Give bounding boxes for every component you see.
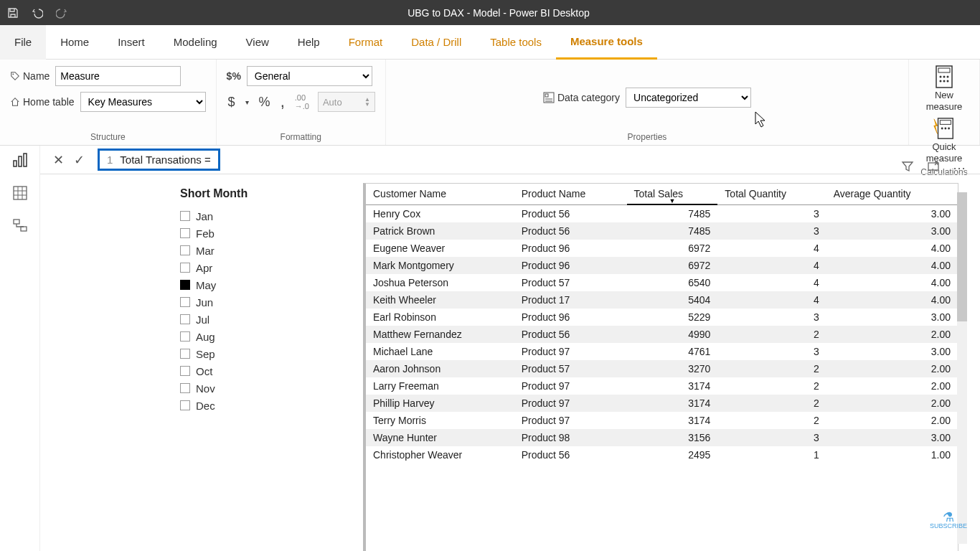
checkbox-icon[interactable]: [180, 331, 190, 342]
percent-button[interactable]: %: [258, 95, 272, 110]
currency-button[interactable]: $: [227, 95, 237, 110]
menu-view[interactable]: View: [232, 25, 283, 60]
vertical-scrollbar[interactable]: [957, 192, 967, 544]
menu-modeling[interactable]: Modeling: [159, 25, 232, 60]
ribbon: Name Home table Key Measures Structure $…: [0, 60, 980, 146]
slicer-item-nov[interactable]: Nov: [180, 380, 309, 397]
menu-data-drill[interactable]: Data / Drill: [397, 25, 476, 60]
formula-input[interactable]: 1 Total Transations =: [98, 149, 220, 171]
cell: Product 96: [514, 257, 627, 274]
home-table-select[interactable]: Key Measures: [80, 92, 206, 112]
commit-formula-icon[interactable]: ✓: [74, 152, 85, 168]
checkbox-icon[interactable]: [180, 366, 190, 376]
checkbox-icon[interactable]: [180, 297, 190, 307]
table-row[interactable]: Wayne HunterProduct 98315633.00: [366, 429, 958, 446]
slicer-item-dec[interactable]: Dec: [180, 397, 309, 414]
slicer-item-jun[interactable]: Jun: [180, 293, 309, 311]
checkbox-icon[interactable]: [180, 400, 190, 410]
cell: 4.00: [826, 257, 958, 274]
cell: Mark Montgomery: [366, 257, 514, 274]
table-row[interactable]: Larry FreemanProduct 97317422.00: [366, 377, 958, 395]
column-header[interactable]: Product Name: [514, 184, 627, 204]
menu-file[interactable]: File: [0, 25, 46, 60]
category-icon: [543, 92, 555, 103]
table-row[interactable]: Patrick BrownProduct 56748533.00: [366, 222, 958, 240]
table-row[interactable]: Henry CoxProduct 56748533.00: [366, 204, 958, 222]
name-input[interactable]: [55, 66, 181, 86]
formula-code: Total Transations =: [120, 154, 210, 166]
table-row[interactable]: Phillip HarveyProduct 97317422.00: [366, 395, 958, 412]
slicer-item-aug[interactable]: Aug: [180, 328, 309, 345]
table-row[interactable]: Terry MorrisProduct 97317422.00: [366, 412, 958, 429]
table-row[interactable]: Aaron JohnsonProduct 57327022.00: [366, 360, 958, 377]
table-row[interactable]: Mark MontgomeryProduct 96697244.00: [366, 257, 958, 274]
svg-rect-20: [14, 220, 19, 224]
menu-help[interactable]: Help: [283, 25, 334, 60]
window-title: UBG to DAX - Model - Power BI Desktop: [67, 7, 973, 19]
checkbox-icon[interactable]: [180, 349, 190, 359]
table-row[interactable]: Joshua PetersonProduct 57654044.00: [366, 274, 958, 291]
structure-group-label: Structure: [10, 132, 206, 142]
svg-rect-16: [14, 161, 17, 166]
slicer-item-label: Oct: [196, 365, 212, 377]
new-measure-button[interactable]: New measure: [919, 65, 969, 113]
more-options-icon[interactable]: ⋯: [953, 160, 966, 176]
svg-rect-2: [545, 94, 548, 97]
checkbox-icon[interactable]: [180, 314, 190, 324]
column-header[interactable]: Total Sales: [627, 184, 718, 204]
focus-mode-icon[interactable]: [927, 160, 940, 176]
column-header[interactable]: Average Quantity: [826, 184, 958, 204]
slicer-item-mar[interactable]: Mar: [180, 242, 309, 259]
menu-home[interactable]: Home: [46, 25, 103, 60]
checkbox-icon[interactable]: [180, 228, 190, 238]
save-icon[interactable]: [7, 7, 19, 19]
slicer-item-jul[interactable]: Jul: [180, 311, 309, 328]
cell: Terry Morris: [366, 412, 514, 429]
decimal-places-icon[interactable]: .00→.0: [293, 93, 311, 110]
cancel-formula-icon[interactable]: ✕: [53, 152, 64, 168]
column-header[interactable]: Total Quantity: [717, 184, 826, 204]
decimal-auto-input[interactable]: Auto ▲▼: [318, 92, 375, 112]
slicer-item-feb[interactable]: Feb: [180, 225, 309, 242]
table-row[interactable]: Matthew FernandezProduct 56499022.00: [366, 326, 958, 343]
table-row[interactable]: Earl RobinsonProduct 96522933.00: [366, 309, 958, 326]
slicer-item-oct[interactable]: Oct: [180, 362, 309, 380]
comma-button[interactable]: ,: [279, 93, 286, 111]
cell: 2: [717, 412, 826, 429]
slicer-item-sep[interactable]: Sep: [180, 345, 309, 362]
model-view-icon[interactable]: [11, 217, 29, 235]
month-slicer[interactable]: Short Month JanFebMarAprMayJunJulAugSepO…: [180, 187, 309, 414]
cell: Product 57: [514, 360, 627, 377]
cell: Michael Lane: [366, 343, 514, 360]
slicer-item-apr[interactable]: Apr: [180, 259, 309, 276]
data-table-visual[interactable]: Customer NameProduct NameTotal SalesTota…: [363, 183, 958, 551]
column-header[interactable]: Customer Name: [366, 184, 514, 204]
cell: Product 96: [514, 309, 627, 326]
cell: Product 98: [514, 429, 627, 446]
table-row[interactable]: Keith WheelerProduct 17540444.00: [366, 291, 958, 309]
menu-format[interactable]: Format: [334, 25, 397, 60]
checkbox-icon[interactable]: [180, 211, 190, 221]
filter-icon[interactable]: [901, 160, 914, 176]
cell: Product 97: [514, 343, 627, 360]
table-row[interactable]: Michael LaneProduct 97476133.00: [366, 343, 958, 360]
data-category-select[interactable]: Uncategorized: [626, 88, 751, 108]
table-row[interactable]: Eugene WeaverProduct 96697244.00: [366, 240, 958, 257]
menu-measure-tools[interactable]: Measure tools: [556, 25, 657, 60]
checkbox-icon[interactable]: [180, 383, 190, 393]
redo-icon[interactable]: [56, 7, 67, 19]
cell: 3: [717, 343, 826, 360]
format-select[interactable]: General: [247, 66, 372, 86]
checkbox-icon[interactable]: [180, 280, 190, 290]
slicer-item-jan[interactable]: Jan: [180, 207, 309, 225]
slicer-item-may[interactable]: May: [180, 276, 309, 293]
currency-dropdown-icon[interactable]: ▾: [244, 98, 250, 106]
undo-icon[interactable]: [32, 7, 43, 19]
menu-insert[interactable]: Insert: [103, 25, 159, 60]
menu-table-tools[interactable]: Table tools: [476, 25, 556, 60]
table-row[interactable]: Christopher WeaverProduct 56249511.00: [366, 446, 958, 463]
checkbox-icon[interactable]: [180, 263, 190, 273]
report-view-icon[interactable]: [11, 151, 29, 169]
checkbox-icon[interactable]: [180, 245, 190, 255]
data-view-icon[interactable]: [11, 184, 29, 202]
